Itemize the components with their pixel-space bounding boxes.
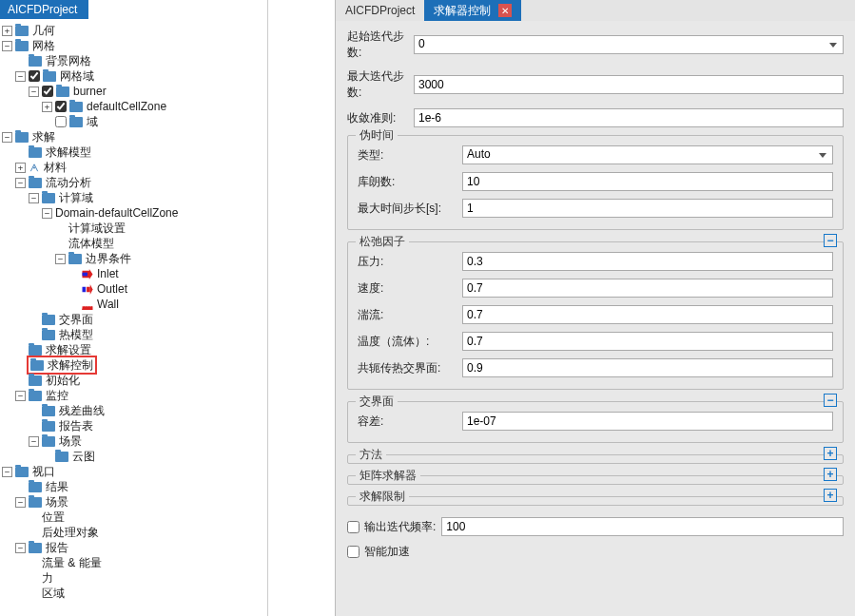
tree-item-defaultcellzone[interactable]: defaultCellZone (87, 99, 166, 114)
tree-item-bg-mesh[interactable]: 背景网格 (46, 53, 91, 68)
expand-icon[interactable]: + (824, 447, 837, 460)
tree-item-monitor-scene[interactable]: 场景 (59, 433, 82, 449)
checkbox-domain[interactable] (55, 116, 67, 127)
pressure-input[interactable] (462, 252, 833, 271)
tree-item-fluid-model[interactable]: 流体模型 (68, 236, 114, 251)
tree-item-report-table[interactable]: 报告表 (59, 418, 93, 433)
max-iter-input[interactable] (414, 75, 844, 94)
courant-input[interactable] (462, 172, 833, 191)
tree-item-result[interactable]: 结果 (46, 479, 68, 494)
tree-item-scene2[interactable]: 场景 (46, 494, 68, 510)
tree-item-mesh[interactable]: 网格 (32, 38, 55, 53)
maxdt-input[interactable] (462, 199, 833, 218)
tol-input[interactable] (462, 412, 833, 431)
collapse-icon[interactable]: − (824, 394, 837, 407)
collapse-icon[interactable] (15, 391, 26, 401)
tree-item-solve-model[interactable]: 求解模型 (46, 144, 91, 160)
cht-input[interactable] (462, 358, 833, 377)
maxdt-label: 最大时间步长[s]: (358, 201, 462, 217)
tree-item-flow-energy[interactable]: 流量 & 能量 (42, 555, 102, 570)
collapse-icon[interactable] (15, 178, 26, 188)
collapse-icon[interactable] (2, 41, 12, 51)
tree-tab[interactable]: AICFDProject (0, 0, 88, 19)
property-panel: AICFDProject 求解器控制 ✕ 起始迭代步数: 0 最大迭代步数: 收… (335, 0, 855, 616)
folder-icon (29, 482, 42, 492)
tab-solver-control[interactable]: 求解器控制 ✕ (424, 0, 521, 21)
expand-icon[interactable]: + (824, 468, 837, 481)
velocity-input[interactable] (462, 279, 833, 298)
collapse-icon[interactable] (42, 208, 52, 219)
collapse-icon[interactable] (55, 254, 66, 264)
svg-rect-1 (83, 286, 87, 292)
group-method: 方法 + (347, 454, 844, 464)
outlet-icon (82, 284, 93, 295)
group-limit-legend: 求解限制 (356, 489, 409, 505)
collapse-icon[interactable] (29, 436, 39, 447)
expand-icon[interactable] (2, 26, 12, 36)
tree-item-solve-control[interactable]: 求解控制 (48, 357, 93, 373)
tree-item-solve[interactable]: 求解 (32, 129, 55, 144)
tree-item-residual[interactable]: 残差曲线 (59, 403, 105, 418)
tree-item-calc-domain-setting[interactable]: 计算域设置 (68, 221, 126, 236)
pt-type-select[interactable]: Auto (462, 145, 833, 164)
folder-icon (29, 56, 42, 67)
tree-item-wall[interactable]: Wall (97, 297, 119, 312)
collapse-icon[interactable] (29, 193, 39, 203)
converge-input[interactable] (414, 108, 844, 127)
tree-item-calc-domain[interactable]: 计算域 (59, 190, 93, 205)
tree-item-domain[interactable]: 域 (87, 114, 98, 129)
collapse-icon[interactable] (2, 467, 12, 477)
checkbox-smart-accel[interactable] (347, 546, 359, 558)
checkbox-mesh-domain[interactable] (29, 70, 40, 82)
tree-item-domain-dcz[interactable]: Domain-defaultCellZone (55, 205, 178, 221)
collapse-icon[interactable] (2, 132, 12, 143)
tab-project[interactable]: AICFDProject (336, 0, 424, 21)
expand-icon[interactable] (15, 163, 26, 173)
tree-item-region[interactable]: 区域 (42, 586, 65, 601)
tree-item-flow-analysis[interactable]: 流动分析 (46, 175, 91, 190)
tree-item-monitor[interactable]: 监控 (46, 388, 68, 403)
property-body: 起始迭代步数: 0 最大迭代步数: 收敛准则: 伪时间 类型: Auto 库朗数… (336, 21, 855, 575)
checkbox-defaultcellzone[interactable] (55, 101, 67, 112)
tree-item-material[interactable]: 材料 (44, 160, 67, 175)
folder-icon (30, 360, 44, 371)
collapse-icon[interactable] (15, 497, 26, 508)
tree-item-force[interactable]: 力 (42, 570, 53, 586)
tree-item-boundary[interactable]: 边界条件 (86, 251, 131, 266)
tree-item-mesh-domain[interactable]: 网格域 (60, 68, 94, 84)
group-pseudotime: 伪时间 类型: Auto 库朗数: 最大时间步长[s]: (347, 135, 844, 230)
tree-item-viewport[interactable]: 视口 (32, 464, 55, 479)
tree-item-postobj[interactable]: 后处理对象 (42, 525, 99, 540)
collapse-icon[interactable] (15, 71, 26, 82)
smart-accel-label: 智能加速 (364, 544, 410, 560)
tree-item-position[interactable]: 位置 (42, 510, 65, 525)
checkbox-output-freq[interactable] (347, 521, 359, 533)
pressure-label: 压力: (358, 254, 462, 270)
collapse-icon[interactable] (15, 543, 26, 553)
spacer (29, 315, 39, 325)
expand-icon[interactable] (42, 102, 52, 112)
tree-item-outlet[interactable]: Outlet (97, 281, 127, 297)
tree-item-contour[interactable]: 云图 (72, 449, 95, 464)
tree-item-report[interactable]: 报告 (46, 540, 68, 555)
tree-item-interface[interactable]: 交界面 (59, 312, 93, 327)
start-iter-select[interactable]: 0 (414, 35, 844, 54)
folder-icon (29, 375, 42, 386)
group-relax-legend: 松弛因子 (356, 234, 409, 250)
turb-input[interactable] (462, 305, 833, 324)
temp-input[interactable] (462, 332, 833, 351)
tree-item-inlet[interactable]: Inlet (97, 266, 119, 281)
out-freq-input[interactable] (441, 517, 844, 536)
folder-icon (42, 315, 55, 325)
collapse-icon[interactable] (29, 87, 39, 97)
folder-icon (29, 391, 42, 401)
tree-item-init[interactable]: 初始化 (46, 373, 80, 388)
tree-item-thermal[interactable]: 热模型 (59, 327, 93, 342)
checkbox-burner[interactable] (42, 86, 53, 97)
expand-icon[interactable]: + (824, 489, 837, 502)
collapse-icon[interactable]: − (824, 234, 837, 247)
tree-item-burner[interactable]: burner (73, 84, 107, 99)
tree-item-geometry[interactable]: 几何 (32, 23, 55, 38)
close-icon[interactable]: ✕ (498, 4, 512, 17)
spacer (29, 558, 39, 568)
